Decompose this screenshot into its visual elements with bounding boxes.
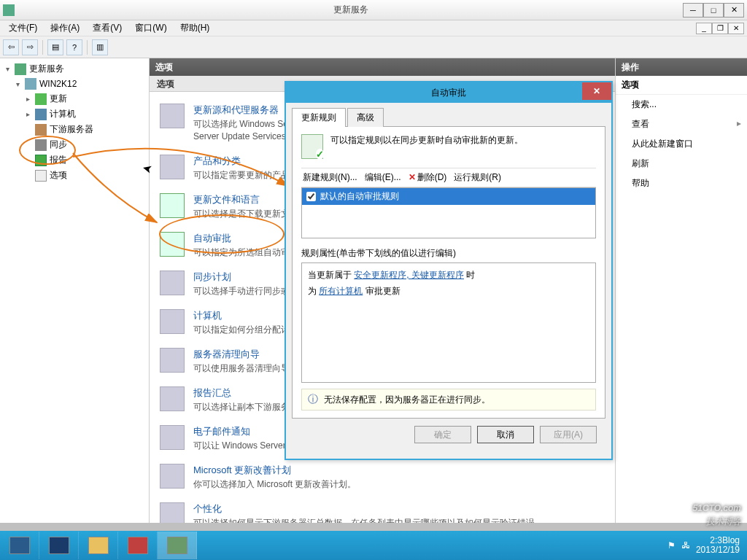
opt-improvement[interactable]: Microsoft 更新改善计划你可以选择加入 Microsoft 更新改善计划… [160,458,605,497]
dialog-close-button[interactable]: ✕ [582,82,611,100]
panel-button[interactable]: ▥ [92,39,108,55]
edit-rule-link[interactable]: 编辑(E)... [365,171,401,184]
auto-approval-dialog: 自动审批 ✕ 更新规则 高级 可以指定规则以在同步更新时自动审批新的更新。 新建… [285,81,613,460]
back-button[interactable]: ⇦ [3,39,19,55]
apply-button[interactable]: 应用(A) [540,426,597,443]
task-powershell[interactable] [39,532,79,559]
mdi-minimize[interactable]: _ [696,23,712,34]
tree-sync[interactable]: 同步 [0,137,149,152]
task-explorer[interactable] [79,532,118,559]
warning-bar: 无法保存配置，因为服务器正在进行同步。 [301,389,596,411]
tree-computers[interactable]: ▸计算机 [0,106,149,122]
rule-checkbox[interactable] [306,192,316,201]
tray-flag-icon[interactable]: ⚑ [667,540,676,551]
system-tray[interactable]: ⚑ 🖧 2:3Blog 2013/12/19 [667,536,747,555]
titlebar: 更新服务 ─ □ ✕ [0,0,747,20]
dialog-titlebar[interactable]: 自动审批 ✕ [286,82,611,103]
minimize-button[interactable]: ─ [683,3,703,18]
info-icon [308,393,318,406]
rule-name: 默认的自动审批规则 [320,190,399,203]
close-button[interactable]: ✕ [724,3,744,18]
dialog-info: 可以指定规则以在同步更新时自动审批新的更新。 [330,134,523,147]
dialog-title: 自动审批 [431,87,466,99]
tree-downstream[interactable]: 下游服务器 [0,122,149,137]
opt-personalization[interactable]: 个性化可以选择如何显示下游服务器汇总数据、在任务列表中显示哪些项以及如何显示验证… [160,497,605,523]
show-tree-button[interactable]: ▤ [47,39,63,55]
toolbar: ⇦ ⇨ ▤ ? ▥ [0,36,747,58]
dialog-tabs: 更新规则 高级 [292,107,605,127]
taskbar[interactable]: ⚑ 🖧 2:3Blog 2013/12/19 [0,531,747,560]
tab-advanced[interactable]: 高级 [347,108,384,127]
actions-sub: 选项 [616,76,747,95]
action-new-window[interactable]: 从此处新建窗口 [616,134,747,154]
rules-list[interactable]: 默认的自动审批规则 [301,187,596,238]
action-view[interactable]: 查看 [616,114,747,134]
tree-server[interactable]: ▾WIN2K12 [0,77,149,91]
rules-toolbar: 新建规则(N)... 编辑(E)... ✕删除(D) 运行规则(R) [301,168,596,187]
menu-window[interactable]: 窗口(W) [129,20,172,36]
window-title: 更新服务 [19,4,683,16]
action-search[interactable]: 搜索... [616,95,747,114]
target-group-link[interactable]: 所有计算机 [319,286,363,296]
forward-button[interactable]: ⇨ [22,39,38,55]
new-rule-link[interactable]: 新建规则(N)... [303,171,357,184]
actions-header: 操作 [616,58,747,76]
maximize-button[interactable]: □ [703,3,724,18]
ok-button[interactable]: 确定 [414,426,471,443]
actions-pane: 操作 选项 搜索... 查看 从此处新建窗口 刷新 帮助 [616,58,747,523]
menubar: 文件(F) 操作(A) 查看(V) 窗口(W) 帮助(H) _ ❐ ✕ [0,20,747,36]
approval-icon [301,134,323,159]
app-icon [3,4,15,16]
tree-reports[interactable]: 报告 [0,152,149,168]
tree-pane[interactable]: ▾更新服务 ▾WIN2K12 ▸更新 ▸计算机 下游服务器 同步 报告 选项 [0,58,150,523]
tree-updates[interactable]: ▸更新 [0,91,149,106]
task-app[interactable] [118,532,158,559]
tree-options[interactable]: 选项 [0,168,149,183]
action-help[interactable]: 帮助 [616,174,747,193]
run-rule-link[interactable]: 运行规则(R) [454,171,501,184]
help-button[interactable]: ? [66,39,82,55]
warning-text: 无法保存配置，因为服务器正在进行同步。 [324,394,490,406]
rule-row-default[interactable]: 默认的自动审批规则 [302,188,595,205]
menu-action[interactable]: 操作(A) [44,20,85,36]
task-wsus[interactable] [158,532,197,559]
classification-link[interactable]: 安全更新程序, 关键更新程序 [354,270,464,280]
pane-header: 选项 [150,58,615,76]
cancel-button[interactable]: 取消 [477,426,534,443]
mdi-restore[interactable]: ❐ [712,23,728,34]
menu-file[interactable]: 文件(F) [3,20,43,36]
tab-update-rules[interactable]: 更新规则 [292,108,346,127]
menu-help[interactable]: 帮助(H) [174,20,216,36]
menu-view[interactable]: 查看(V) [87,20,128,36]
task-server-manager[interactable] [0,532,39,559]
mdi-close[interactable]: ✕ [728,23,744,34]
tree-root[interactable]: ▾更新服务 [0,61,149,77]
rule-properties: 当更新属于 安全更新程序, 关键更新程序 时 为 所有计算机 审批更新 [301,262,596,383]
props-label: 规则属性(单击带下划线的值以进行编辑) [301,247,596,260]
tray-date[interactable]: 2013/12/19 [696,545,740,555]
action-refresh[interactable]: 刷新 [616,154,747,174]
delete-rule-link[interactable]: ✕删除(D) [409,171,447,184]
tray-network-icon[interactable]: 🖧 [681,540,690,551]
tab-panel: 可以指定规则以在同步更新时自动审批新的更新。 新建规则(N)... 编辑(E).… [292,127,605,419]
